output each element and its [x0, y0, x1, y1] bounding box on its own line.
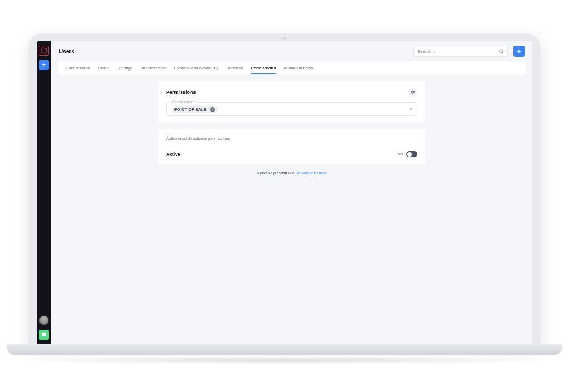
- app-screen: + Users + User account Profile Se: [37, 41, 532, 344]
- laptop-base: [7, 344, 562, 355]
- toggle-value-text: No: [397, 152, 403, 157]
- active-toggle[interactable]: [406, 151, 417, 157]
- permissions-field[interactable]: Permissions * POINT OF SALE × ×: [166, 102, 417, 116]
- tab-user-account[interactable]: User account: [66, 62, 90, 74]
- search-input-wrap[interactable]: [413, 46, 508, 57]
- permissions-field-label: Permissions *: [171, 100, 196, 104]
- svg-point-0: [500, 49, 503, 53]
- page-title: Users: [59, 48, 408, 54]
- activate-card: Avtivate od deactivate permissions Activ…: [158, 129, 425, 164]
- tab-settings[interactable]: Settings: [117, 62, 132, 74]
- help-chat-button[interactable]: [39, 330, 49, 340]
- sidebar: +: [37, 41, 51, 344]
- laptop-shadow: [18, 356, 551, 364]
- help-prefix: Need help? Visit our: [257, 170, 296, 175]
- search-input[interactable]: [417, 49, 496, 54]
- knowledge-base-link[interactable]: Knowledge Base: [296, 170, 327, 175]
- permissions-card: Permissions Permissions * POINT OF SALE …: [158, 81, 425, 123]
- chip-remove-button[interactable]: ×: [210, 107, 215, 112]
- permission-chip-label: POINT OF SALE: [174, 108, 207, 112]
- tab-business-card[interactable]: Business card: [141, 62, 167, 74]
- tab-permissions[interactable]: Permissions: [251, 62, 276, 74]
- brand-logo-icon: [39, 46, 49, 56]
- search-icon: [498, 48, 504, 54]
- activate-subtitle: Avtivate od deactivate permissions: [166, 136, 417, 141]
- svg-line-1: [502, 52, 503, 53]
- tab-profile[interactable]: Profile: [98, 62, 109, 74]
- tab-structure[interactable]: Structure: [226, 62, 243, 74]
- active-label: Active: [166, 152, 181, 157]
- gear-icon: [411, 90, 415, 94]
- tabs-bar: User account Profile Settings Business c…: [58, 61, 526, 74]
- avatar[interactable]: [39, 315, 49, 325]
- permission-chip: POINT OF SALE ×: [171, 106, 218, 113]
- tab-location-availability[interactable]: Location and availability: [174, 62, 219, 74]
- field-clear-button[interactable]: ×: [410, 107, 412, 112]
- header-add-button[interactable]: +: [513, 46, 525, 57]
- tab-additional-fields[interactable]: Additional fields: [283, 62, 313, 74]
- laptop-frame: + Users + User account Profile Se: [29, 33, 540, 344]
- chat-icon: [41, 332, 47, 338]
- permissions-title: Permissions: [166, 89, 196, 95]
- header: Users +: [51, 41, 532, 61]
- sidebar-add-button[interactable]: +: [39, 60, 49, 70]
- help-footer: Need help? Visit our Knowledge Base: [257, 170, 327, 175]
- permissions-settings-button[interactable]: [408, 88, 417, 97]
- main-area: Users + User account Profile Settings Bu…: [51, 41, 532, 344]
- content: Permissions Permissions * POINT OF SALE …: [51, 74, 532, 182]
